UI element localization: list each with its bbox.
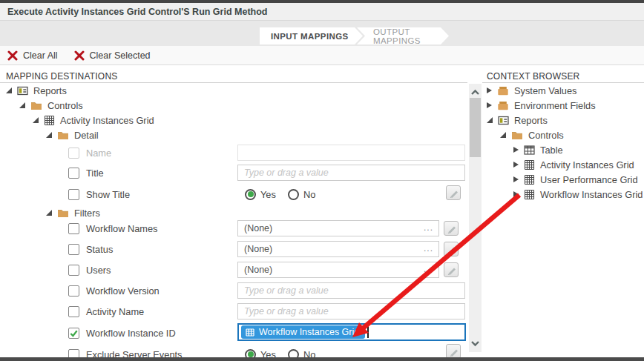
tree-node-label: Controls [47, 100, 83, 111]
field-row-workflow-names: Workflow Names [68, 220, 157, 236]
clear-selected-label: Clear Selected [90, 50, 151, 61]
scroll-down-icon[interactable] [470, 337, 480, 350]
expand-toggle-icon[interactable] [513, 147, 519, 153]
field-row-users: Users [68, 262, 111, 278]
collapse-toggle-icon[interactable] [500, 132, 506, 138]
tree-node-label: Filters [74, 208, 100, 219]
dropdown-value: (None) [244, 265, 272, 275]
cb-node-environment-fields[interactable]: Environment Fields [487, 98, 596, 113]
cb-node-activity-instances-grid[interactable]: Activity Instances Grid [513, 157, 634, 172]
expand-toggle-icon[interactable] [487, 102, 492, 108]
field-row-title: Title [68, 165, 104, 181]
grid-control-icon [44, 115, 55, 126]
radio-yes-circle[interactable] [245, 189, 256, 200]
title-input[interactable] [237, 165, 465, 181]
scrollbar-thumb[interactable] [470, 98, 481, 157]
tab-output-mappings[interactable]: OUTPUT MAPPINGS [357, 27, 449, 44]
tree-node-activity-instances-grid[interactable]: Activity Instances Grid [33, 113, 154, 127]
dialog-titlebar: Execute Activity Instances Grid Control'… [0, 0, 644, 21]
clear-selected-button[interactable]: Clear Selected [74, 50, 151, 61]
workflow-instance-id-checkbox[interactable] [68, 328, 79, 339]
dropdown-value: (None) [244, 244, 272, 254]
users-dropdown[interactable]: (None) ... [237, 262, 439, 278]
edit-pencil-button[interactable] [444, 262, 459, 277]
edit-pencil-button[interactable] [444, 221, 459, 236]
expand-toggle-icon[interactable] [513, 191, 519, 197]
tab-input-mappings[interactable]: INPUT MAPPINGS [260, 27, 363, 44]
workflow-instance-id-input[interactable]: Workflow Instances Grid [237, 323, 466, 341]
briefcase-icon [497, 100, 509, 111]
radio-no[interactable]: No [288, 189, 315, 200]
activity-name-input[interactable] [237, 303, 465, 319]
cb-node-workflow-instances-grid[interactable]: Workflow Instances Grid [513, 187, 643, 202]
field-label: Users [86, 265, 111, 276]
tree-node-detail[interactable]: Detail [46, 127, 99, 142]
tree-node-controls[interactable]: Controls [19, 98, 83, 113]
collapse-toggle-icon[interactable] [6, 87, 12, 93]
cb-node-system-values[interactable]: System Values [487, 83, 576, 98]
expand-toggle-icon[interactable] [513, 176, 519, 182]
tree-node-label: Activity Instances Grid [60, 115, 154, 126]
workflow-names-dropdown[interactable]: (None) ... [237, 220, 439, 236]
grid-control-icon [524, 174, 535, 185]
status-checkbox[interactable] [68, 244, 79, 255]
expand-toggle-icon[interactable] [513, 162, 519, 168]
field-row-status: Status [68, 241, 113, 257]
expand-toggle-icon[interactable] [487, 87, 492, 93]
cb-node-user-performance-grid[interactable]: User Performance Grid [513, 172, 638, 187]
show-title-checkbox[interactable] [68, 189, 79, 200]
table-icon [524, 145, 535, 156]
collapse-toggle-icon[interactable] [33, 117, 39, 123]
title-checkbox[interactable] [68, 168, 79, 179]
pencil-icon [446, 244, 456, 254]
field-row-show-title: Show Title [68, 186, 130, 202]
ellipsis-icon: ... [424, 222, 433, 233]
tree-node-label: System Values [514, 85, 576, 96]
ellipsis-icon: ... [424, 264, 433, 274]
window-bottom-edge [0, 357, 644, 361]
red-x-icon [74, 50, 85, 61]
activity-name-checkbox[interactable] [68, 306, 79, 317]
radio-yes[interactable]: Yes [245, 189, 276, 200]
report-icon [17, 85, 28, 96]
clear-all-label: Clear All [23, 50, 58, 61]
dropdown-value: (None) [244, 223, 272, 234]
name-checkbox [68, 148, 79, 159]
text-caret [367, 326, 369, 338]
clear-all-button[interactable]: Clear All [7, 50, 58, 61]
cb-node-controls[interactable]: Controls [500, 127, 564, 142]
tree-node-label: Table [540, 145, 563, 156]
workflow-version-input[interactable] [237, 282, 465, 299]
tree-node-label: Environment Fields [514, 100, 596, 111]
collapse-toggle-icon[interactable] [19, 102, 25, 108]
tree-node-reports[interactable]: Reports [6, 83, 67, 98]
workflow-names-checkbox[interactable] [68, 223, 79, 234]
field-label: Workflow Names [86, 223, 157, 234]
toolbar: Clear All Clear Selected [0, 46, 644, 65]
field-row-name: Name [68, 145, 111, 161]
collapse-toggle-icon[interactable] [487, 117, 493, 123]
folder-icon [30, 100, 42, 111]
collapse-toggle-icon[interactable] [46, 132, 52, 138]
workflow-version-checkbox[interactable] [68, 285, 79, 297]
tree-node-label: Reports [33, 85, 67, 96]
edit-pencil-button[interactable] [446, 185, 461, 200]
red-x-icon [7, 50, 18, 61]
edit-pencil-button[interactable] [446, 344, 461, 359]
vertical-scrollbar[interactable] [469, 84, 482, 352]
pencil-icon [446, 223, 456, 234]
green-check-icon [69, 328, 79, 338]
radio-no-circle[interactable] [288, 189, 299, 200]
cb-node-table[interactable]: Table [513, 142, 563, 157]
context-browser-header: CONTEXT BROWSER [487, 71, 579, 82]
mapping-destinations-header: MAPPING DESTINATIONS [6, 71, 117, 82]
tree-node-filters[interactable]: Filters [46, 205, 100, 220]
cb-node-reports[interactable]: Reports [487, 113, 548, 127]
edit-pencil-button[interactable] [444, 242, 459, 256]
pencil-icon [448, 346, 459, 357]
tree-node-label: Detail [74, 130, 99, 141]
users-checkbox[interactable] [68, 265, 79, 276]
collapse-toggle-icon[interactable] [46, 210, 52, 216]
workflow-instances-grid-chip[interactable]: Workflow Instances Grid [241, 325, 365, 339]
status-dropdown[interactable]: (None) ... [237, 241, 439, 257]
